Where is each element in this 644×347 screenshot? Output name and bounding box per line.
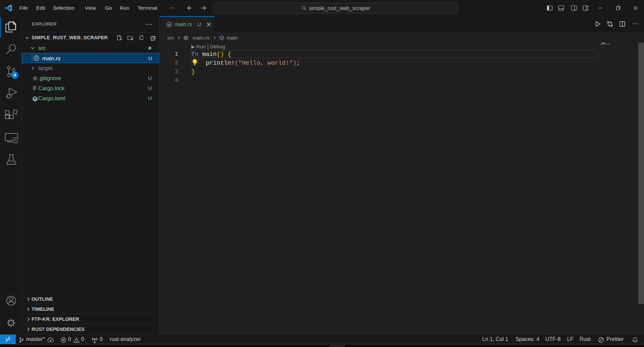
svg-text:R: R [35,56,38,60]
svg-text:R: R [185,36,187,40]
svg-text:R: R [168,23,170,26]
